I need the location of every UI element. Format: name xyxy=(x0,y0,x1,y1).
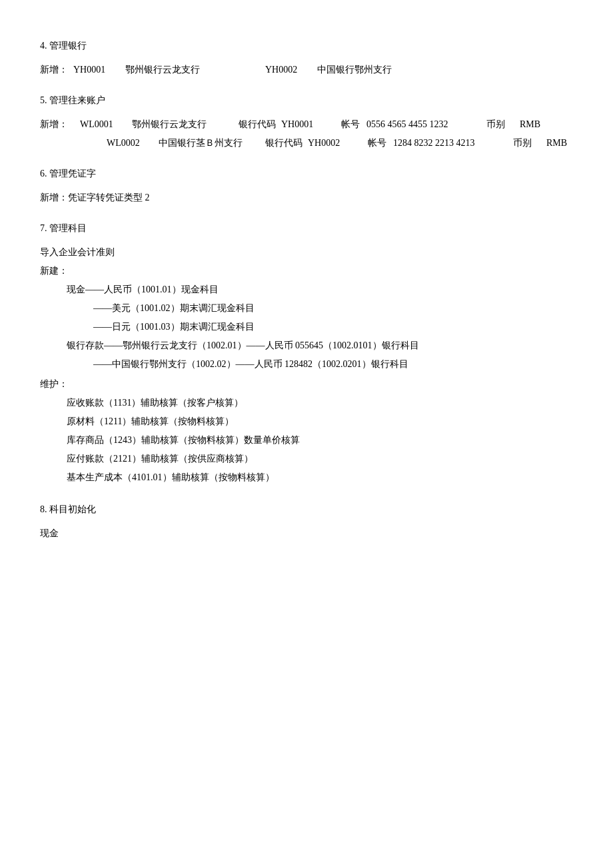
account-row-2: WL0002 中国银行茎Ｂ州支行 银行代码 YH0002 帐号 1284 823… xyxy=(107,137,573,149)
section-6-title: 6. 管理凭证字 xyxy=(40,168,573,180)
subject-new-2: ——美元（1001.02）期末调汇现金科目 xyxy=(93,302,573,314)
section-4-content: 新增： YH0001 鄂州银行云龙支行 YH0002 中国银行鄂州支行 xyxy=(40,64,573,76)
acct-label-1: 帐号 xyxy=(341,119,361,131)
bank-code-1: YH0001 xyxy=(73,65,120,75)
account-code-2: WL0002 xyxy=(107,138,153,149)
page-content: 4. 管理银行 新增： YH0001 鄂州银行云龙支行 YH0002 中国银行鄂… xyxy=(40,40,573,540)
currency-val-1: RMB xyxy=(520,119,540,130)
account-code-1: WL0001 xyxy=(80,119,127,130)
subject-new-3: ——日元（1001.03）期末调汇现金科目 xyxy=(93,321,573,333)
section-4: 4. 管理银行 新增： YH0001 鄂州银行云龙支行 YH0002 中国银行鄂… xyxy=(40,40,573,76)
subject-maintain-4: 应付账款（2121）辅助核算（按供应商核算） xyxy=(67,453,573,465)
section-8-content: 现金 xyxy=(40,528,573,540)
acct-number-1: 0556 4565 4455 1232 xyxy=(366,119,473,130)
currency-label-2: 币别 xyxy=(513,137,533,149)
subject-new-1: 现金——人民币（1001.01）现金科目 xyxy=(67,284,573,296)
section-6-content: 新增：凭证字转凭证类型 2 xyxy=(40,192,573,204)
subject-maintain-1: 应收账款（1131）辅助核算（按客户核算） xyxy=(67,397,573,409)
acct-label-2: 帐号 xyxy=(368,137,388,149)
acct-number-2: 1284 8232 2213 4213 xyxy=(393,138,500,149)
new-label-4: 新增： xyxy=(40,64,68,76)
section-5: 5. 管理往来账户 新增： WL0001 鄂州银行云龙支行 银行代码 YH000… xyxy=(40,95,573,149)
bank-code-label-1: 银行代码 xyxy=(239,119,276,131)
section-8: 8. 科目初始化 现金 xyxy=(40,504,573,540)
bank-code-val-2: YH0002 xyxy=(308,138,354,149)
subject-new-4: 银行存款——鄂州银行云龙支行（1002.01）——人民币 055645（1002… xyxy=(67,340,573,352)
section-5-title: 5. 管理往来账户 xyxy=(40,95,573,107)
section-7-intro: 导入企业会计准则 xyxy=(40,246,573,258)
bank-code-2: YH0002 xyxy=(265,65,312,75)
section-6: 6. 管理凭证字 新增：凭证字转凭证类型 2 xyxy=(40,168,573,204)
account-bank-1: 鄂州银行云龙支行 xyxy=(132,119,225,131)
bank-code-val-1: YH0001 xyxy=(281,119,328,130)
bank-code-label-2: 银行代码 xyxy=(265,137,303,149)
currency-val-2: RMB xyxy=(546,138,567,149)
section-4-title: 4. 管理银行 xyxy=(40,40,573,52)
section-7-new-label: 新建： xyxy=(40,265,573,277)
section-7: 7. 管理科目 导入企业会计准则 新建： 现金——人民币（1001.01）现金科… xyxy=(40,222,573,484)
account-row-1: 新增： WL0001 鄂州银行云龙支行 银行代码 YH0001 帐号 0556 … xyxy=(40,119,573,131)
new-label-5: 新增： xyxy=(40,119,80,131)
section-7-title: 7. 管理科目 xyxy=(40,222,573,234)
account-bank-2: 中国银行茎Ｂ州支行 xyxy=(159,137,252,149)
subject-maintain-2: 原材料（1211）辅助核算（按物料核算） xyxy=(67,416,573,428)
subject-maintain-5: 基本生产成本（4101.01）辅助核算（按物料核算） xyxy=(67,472,573,484)
subject-new-5: ——中国银行鄂州支行（1002.02）——人民币 128482（1002.020… xyxy=(93,358,573,370)
bank-name-1: 鄂州银行云龙支行 xyxy=(125,64,225,76)
currency-label-1: 币别 xyxy=(486,119,506,131)
bank-name-2: 中国银行鄂州支行 xyxy=(317,64,392,76)
section-7-maintain-label: 维护： xyxy=(40,378,573,390)
subject-maintain-3: 库存商品（1243）辅助核算（按物料核算）数量单价核算 xyxy=(67,434,573,446)
section-8-title: 8. 科目初始化 xyxy=(40,504,573,516)
